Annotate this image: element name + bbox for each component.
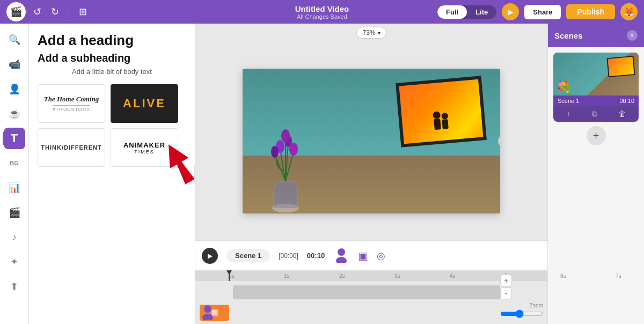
svg-point-15 — [441, 113, 448, 120]
share-button[interactable]: Share — [524, 5, 561, 19]
topbar: 🎬 ↺ ↻ ⊞ Untitled Video All Changes Saved… — [0, 0, 644, 24]
sidebar-item-media[interactable]: 📹 — [4, 54, 25, 75]
main-layout: 🔍 📹 👤 ☕ T BG 📊 🎬 ♪ ✦ ⬆ Add a heading Add… — [0, 24, 644, 324]
svg-point-17 — [338, 248, 345, 256]
user-avatar[interactable]: 🦊 — [620, 3, 638, 20]
text-heading-option[interactable]: Add a heading — [38, 32, 186, 49]
timeline-playhead[interactable] — [229, 270, 230, 281]
flowers-element[interactable] — [259, 117, 312, 213]
ruler-6s: 6s — [560, 273, 566, 279]
publish-button[interactable]: Publish — [566, 4, 615, 19]
video-title[interactable]: Untitled Video — [295, 4, 349, 13]
video-canvas[interactable]: + — [243, 69, 500, 213]
sidebar-item-upload[interactable]: ⬆ — [4, 276, 25, 297]
ruler-4s: 4s — [450, 273, 456, 279]
sidebar-item-scenes[interactable]: 🎬 — [4, 202, 25, 223]
scene-name-label: Scene 1 — [226, 249, 270, 262]
alive-text: ALIVE — [123, 97, 166, 111]
scenes-close-button[interactable]: × — [627, 30, 638, 41]
lite-mode-button[interactable]: Lite — [467, 5, 496, 19]
animaker-title: ANIMAKER — [123, 141, 165, 149]
sidebar-item-objects[interactable]: ☕ — [4, 103, 25, 124]
timeline-avatar-icon — [200, 304, 216, 320]
scene-time-start: [00:00] — [279, 252, 298, 260]
scene1-time: 00:10 — [619, 98, 634, 104]
topbar-divider — [69, 5, 69, 18]
scene-card-1[interactable]: 💐 Scene 1 00:10 + ⧉ 🗑 — [553, 53, 639, 122]
scene-add-action[interactable]: + — [563, 108, 574, 120]
timeline-zoom-controls: + - Zoom — [500, 275, 543, 318]
svg-point-9 — [289, 143, 298, 156]
framed-photo-element[interactable] — [396, 76, 487, 147]
scene-bar: ▶ Scene 1 [00:00] 00:10 ▣ ◎ — [195, 240, 547, 270]
icon-sidebar: 🔍 📹 👤 ☕ T BG 📊 🎬 ♪ ✦ ⬆ — [0, 24, 29, 324]
title-card-think[interactable]: THINK/DIFFERENT — [38, 128, 105, 167]
preview-play-button[interactable]: ▶ — [502, 3, 519, 20]
sidebar-item-people[interactable]: 👤 — [4, 78, 25, 100]
scene-camera-icon[interactable]: ◎ — [377, 250, 385, 262]
insert-icon[interactable]: ⊞ — [77, 4, 89, 20]
title-area: Untitled Video All Changes Saved — [295, 4, 349, 20]
scene-video-icon[interactable]: ▣ — [358, 249, 368, 262]
sidebar-item-bg[interactable]: BG — [4, 152, 25, 174]
redo-button[interactable]: ↻ — [49, 4, 61, 20]
text-body-option[interactable]: Add a little bit of body text — [38, 68, 186, 76]
timeline-ruler: 0s 1s 2s 3s 4s 5s 6s 7s 8s 9s 10s — [195, 270, 547, 281]
save-status: All Changes Saved — [295, 13, 349, 20]
zoom-control[interactable]: 73% ▾ — [356, 27, 386, 39]
sidebar-item-search[interactable]: 🔍 — [4, 29, 25, 50]
sidebar-item-music[interactable]: ♪ — [4, 226, 25, 248]
svg-point-22 — [202, 314, 213, 320]
canvas-toolbar: 73% ▾ — [195, 24, 547, 42]
scene-card-info-1: Scene 1 00:10 — [553, 95, 639, 106]
ruler-7s: 7s — [616, 273, 621, 279]
add-scene-button[interactable]: + — [587, 126, 606, 145]
ruler-2s: 2s — [339, 273, 345, 279]
title-card-animaker[interactable]: ANIMAKER TIMES — [111, 128, 178, 167]
photo-inner — [399, 79, 484, 144]
scene-play-button[interactable]: ▶ — [202, 248, 218, 264]
title-card-homecoming[interactable]: The Home Coming #TRUESTORY — [38, 84, 105, 123]
zoom-value: 73% — [362, 29, 375, 36]
text-subheading-option[interactable]: Add a subheading — [38, 52, 186, 64]
sidebar-item-text[interactable]: T — [4, 128, 25, 149]
title-cards-grid: The Home Coming #TRUESTORY ALIVE THINK/D… — [38, 84, 186, 167]
svg-rect-14 — [434, 119, 441, 130]
scene-avatar-icon[interactable] — [333, 247, 349, 265]
sidebar-item-charts[interactable]: 📊 — [4, 177, 25, 198]
zoom-out-button[interactable]: - — [500, 288, 512, 299]
animaker-subtitle: TIMES — [134, 149, 155, 154]
timeline-tracks — [195, 281, 547, 324]
scenes-header: Scenes × — [548, 24, 644, 47]
timeline-track[interactable] — [233, 285, 500, 299]
svg-rect-16 — [442, 119, 449, 129]
logo-icon: 🎬 — [10, 6, 22, 18]
svg-point-11 — [281, 129, 290, 142]
svg-point-13 — [433, 111, 441, 119]
title-card-alive[interactable]: ALIVE — [111, 84, 178, 123]
scene-delete-action[interactable]: 🗑 — [615, 108, 629, 120]
zoom-in-button[interactable]: + — [500, 275, 512, 286]
svg-line-2 — [280, 149, 286, 181]
zoom-slider[interactable] — [500, 310, 543, 318]
full-lite-toggle: Full Lite — [437, 5, 496, 19]
think-text: THINK/DIFFERENT — [41, 144, 101, 151]
scene-duration: 00:10 — [307, 252, 325, 260]
sidebar-item-effects[interactable]: ✦ — [4, 251, 25, 273]
topbar-right: Full Lite ▶ Share Publish 🦊 — [437, 3, 638, 20]
playhead-marker — [226, 270, 232, 275]
scene1-label: Scene 1 — [558, 98, 579, 104]
zoom-label: Zoom — [500, 303, 543, 308]
app-logo[interactable]: 🎬 — [6, 2, 26, 21]
zoom-dropdown-icon[interactable]: ▾ — [378, 30, 380, 36]
homecoming-subtitle: #TRUESTORY — [53, 105, 90, 112]
scene-copy-action[interactable]: ⧉ — [589, 108, 601, 120]
text-panel: Add a heading Add a subheading Add a lit… — [29, 24, 195, 324]
canvas-frame: + — [195, 42, 547, 240]
full-mode-button[interactable]: Full — [437, 5, 467, 19]
canvas-area: 73% ▾ — [195, 24, 547, 324]
ruler-3s: 3s — [394, 273, 400, 279]
scenes-content: 💐 Scene 1 00:10 + ⧉ 🗑 + — [548, 47, 644, 324]
undo-button[interactable]: ↺ — [31, 4, 43, 20]
scenes-panel: Scenes × 💐 Scene 1 00:10 + — [547, 24, 644, 324]
